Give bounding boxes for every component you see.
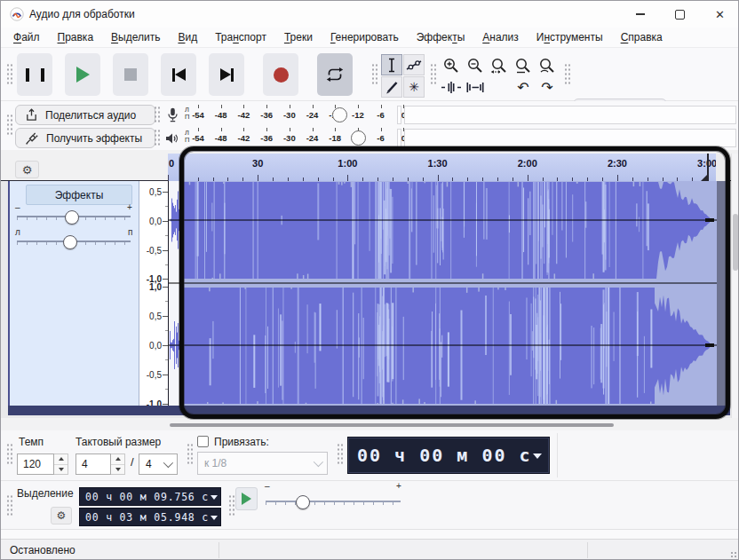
- time-signature-upper-input[interactable]: 4: [75, 454, 111, 475]
- toolbar-row-1: ✳ ↶ ↷ Настройки аудио: [1, 48, 739, 101]
- snap-checkbox[interactable]: [197, 436, 209, 447]
- redo-button[interactable]: ↷: [536, 77, 559, 98]
- tempo-down-button[interactable]: [54, 465, 68, 475]
- amplitude-label: -0,5: [147, 246, 162, 256]
- time-signature-toolbar-grip[interactable]: [6, 443, 12, 466]
- time-sig-down-button[interactable]: [111, 465, 124, 475]
- tempo-up-button[interactable]: [54, 454, 68, 465]
- record-meter-button[interactable]: [162, 105, 183, 125]
- loop-button[interactable]: [317, 53, 353, 96]
- zoom-toggle-button[interactable]: [536, 55, 559, 75]
- skip-to-end-button[interactable]: [209, 53, 244, 96]
- share-toolbar-grip[interactable]: [6, 114, 12, 137]
- record-volume-slider[interactable]: [332, 107, 347, 122]
- time-signature-spinner[interactable]: [111, 454, 125, 475]
- menu-generate[interactable]: Генерировать: [322, 28, 408, 47]
- time-format-dropdown-icon[interactable]: [533, 454, 542, 459]
- ruler-label: 2:00: [518, 158, 537, 169]
- tempo-spinner[interactable]: [54, 454, 68, 475]
- selection-toolbar-row: Выделение ⚙ 00 ч 00 м 09.756 с 00 ч 03 м…: [1, 481, 739, 530]
- selection-end-display[interactable]: 00 ч 03 м 05.948 с: [79, 508, 221, 526]
- menu-help[interactable]: Справка: [612, 28, 671, 47]
- menu-analyze[interactable]: Анализ: [473, 28, 528, 47]
- meter-scale-label: -6: [377, 110, 384, 120]
- menu-tools[interactable]: Инструменты: [528, 28, 612, 47]
- audacity-window: Аудио для обработки ✕ Файл Правка Выдели…: [0, 0, 739, 560]
- multi-tool-button[interactable]: ✳: [403, 76, 425, 98]
- playback-meter-scale[interactable]: -54-48-42-36-30-24-18-12-60: [193, 127, 408, 148]
- selection-start-dropdown-icon[interactable]: [211, 495, 218, 500]
- snapping-toolbar-grip[interactable]: [187, 443, 193, 466]
- get-effects-button[interactable]: Получить эффекты: [15, 128, 155, 148]
- zoom-selection-button[interactable]: [488, 55, 511, 75]
- timeline-ruler[interactable]: 0301:001:302:002:303:00: [168, 154, 716, 181]
- playback-meter-button[interactable]: [162, 128, 183, 148]
- tempo-input[interactable]: 120: [17, 454, 54, 475]
- audio-setup-toolbar-grip[interactable]: [564, 63, 570, 86]
- pan-left-label: л: [15, 227, 20, 237]
- selection-start-display[interactable]: 00 ч 00 м 09.756 с: [79, 487, 221, 506]
- play-at-speed-grip[interactable]: [228, 494, 234, 517]
- timeline-options-button[interactable]: ⚙: [15, 161, 39, 178]
- track-control-panel[interactable]: Эффекты – + л п: [10, 181, 139, 406]
- audio-position-display[interactable]: 00 ч 00 м 00 с: [347, 437, 550, 474]
- menu-tracks[interactable]: Треки: [275, 28, 322, 47]
- vertical-scrollbar[interactable]: [731, 154, 739, 418]
- maximize-button[interactable]: [660, 1, 700, 28]
- menu-effects[interactable]: Эффекты: [408, 28, 474, 47]
- ibeam-icon: [385, 58, 398, 73]
- skip-to-start-button[interactable]: [161, 53, 196, 96]
- menu-select[interactable]: Выделить: [102, 28, 169, 47]
- menu-view[interactable]: Вид: [169, 28, 206, 47]
- track-effects-button[interactable]: Эффекты: [26, 185, 132, 205]
- horizontal-scrollbar-thumb[interactable]: [170, 423, 614, 427]
- share-audio-button[interactable]: Поделиться аудио: [15, 105, 155, 125]
- menu-transport[interactable]: Транспорт: [206, 28, 275, 47]
- menu-edit[interactable]: Правка: [49, 28, 103, 47]
- chevron-down-icon: [314, 457, 323, 467]
- record-meter-scale[interactable]: -54-48-42-36-30-24-18-12-60: [193, 104, 408, 125]
- play-button[interactable]: [65, 53, 100, 96]
- record-meter-grip[interactable]: [154, 106, 160, 124]
- resize-grip[interactable]: [730, 551, 738, 559]
- playback-meter-grip[interactable]: [154, 129, 160, 147]
- speed-slider-knob[interactable]: [296, 495, 310, 509]
- vertical-ruler[interactable]: 0,50,0-0,5-1,01,00,50,0-0,5-1,0: [139, 181, 168, 406]
- zoom-out-button[interactable]: [464, 55, 487, 75]
- menu-file[interactable]: Файл: [4, 28, 49, 47]
- minimize-button[interactable]: [620, 1, 660, 28]
- snap-mode-select[interactable]: к 1/8: [197, 452, 328, 475]
- trim-audio-button[interactable]: [440, 77, 463, 98]
- vertical-scrollbar-thumb[interactable]: [733, 214, 738, 271]
- pause-button[interactable]: [17, 53, 52, 96]
- audacity-logo-icon: [10, 7, 24, 21]
- stop-button[interactable]: [113, 53, 148, 96]
- play-at-speed-button[interactable]: [235, 487, 258, 510]
- time-sig-up-button[interactable]: [111, 454, 124, 465]
- volume-slider-knob[interactable]: [65, 210, 79, 225]
- record-button[interactable]: [263, 53, 298, 96]
- pan-slider-knob[interactable]: [63, 235, 77, 249]
- zoom-in-button[interactable]: [440, 55, 463, 75]
- selection-end-dropdown-icon[interactable]: [211, 516, 218, 520]
- selection-tool-button[interactable]: [381, 54, 402, 75]
- waveform-container[interactable]: [168, 181, 729, 406]
- waveform[interactable]: [169, 181, 730, 406]
- meter-scale-label: -6: [377, 133, 384, 143]
- selection-options-button[interactable]: ⚙: [51, 507, 72, 525]
- time-toolbar-grip[interactable]: [337, 443, 343, 466]
- time-signature-lower-select[interactable]: 4: [139, 454, 178, 475]
- envelope-tool-button[interactable]: [403, 54, 425, 75]
- tools-toolbar-grip[interactable]: [371, 63, 377, 86]
- draw-tool-button[interactable]: [381, 76, 402, 98]
- silence-audio-button[interactable]: [464, 77, 487, 98]
- undo-button[interactable]: ↶: [512, 77, 535, 98]
- zoom-fit-button[interactable]: [512, 55, 535, 75]
- dock-gap: [1, 530, 739, 539]
- meter-scale-label: -54: [192, 110, 204, 120]
- edit-toolbar-grip[interactable]: [430, 63, 436, 86]
- selection-toolbar-grip[interactable]: [6, 494, 12, 517]
- close-button[interactable]: ✕: [700, 1, 739, 28]
- transport-toolbar-grip[interactable]: [6, 63, 12, 86]
- meter-tick: [358, 105, 359, 108]
